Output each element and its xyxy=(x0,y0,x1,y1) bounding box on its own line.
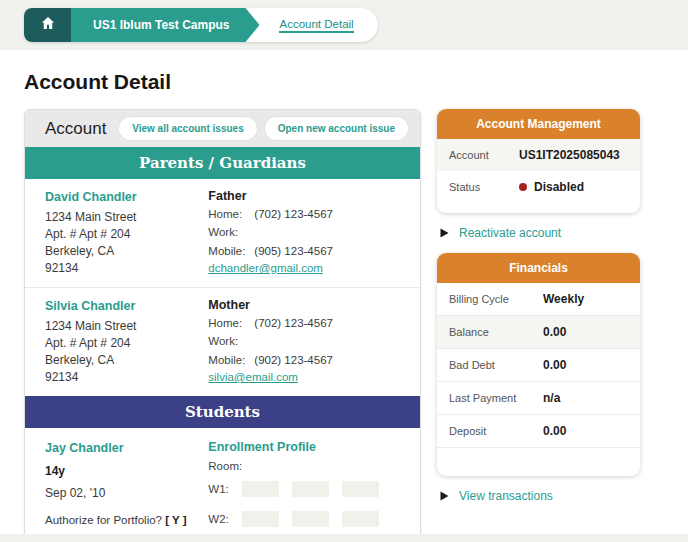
student-row: Jay Chandler 14y Sep 02, '10 Authorize f… xyxy=(25,428,420,542)
students-header: Students xyxy=(25,396,420,428)
student-name-link[interactable]: Jay Chandler xyxy=(45,440,208,458)
billing-cycle-row: Billing Cycle Weekly xyxy=(437,283,640,316)
account-number-label: Account xyxy=(449,149,519,161)
enrollment-slot xyxy=(242,481,279,497)
bad-debt-value: 0.00 xyxy=(543,358,566,372)
last-payment-label: Last Payment xyxy=(449,392,543,404)
enrollment-slot xyxy=(292,511,329,527)
phone-value: (702) 123-4567 xyxy=(254,205,333,223)
view-transactions-link[interactable]: View transactions xyxy=(440,489,640,503)
top-strip: US1 Iblum Test Campus Account Detail xyxy=(0,0,688,50)
financials-title: Financials xyxy=(437,253,640,283)
billing-cycle-label: Billing Cycle xyxy=(449,293,543,305)
account-management-panel: Account Management Account US1IT20250850… xyxy=(437,109,640,213)
status-row: Status Disabled xyxy=(437,171,640,203)
account-number-value: US1IT2025085043 xyxy=(519,148,620,162)
account-card-title: Account xyxy=(45,119,106,139)
room-label: Room: xyxy=(208,460,400,472)
enrollment-slot xyxy=(292,481,329,497)
status-dot-icon xyxy=(519,183,527,191)
enrollment-slot xyxy=(242,511,279,527)
breadcrumb-campus[interactable]: US1 Iblum Test Campus xyxy=(71,8,259,42)
page-title: Account Detail xyxy=(24,70,664,94)
home-icon xyxy=(40,15,56,35)
bad-debt-label: Bad Debt xyxy=(449,359,543,371)
phone-label: Mobile: xyxy=(208,242,254,260)
address-line: Apt. # Apt # 204 xyxy=(45,226,208,243)
play-icon xyxy=(440,491,449,501)
main-content: Account View all account issues Open new… xyxy=(24,109,664,542)
parent-relation: Father xyxy=(208,189,400,203)
phone-value: (702) 123-4567 xyxy=(254,314,333,332)
parent-row: Silvia Chandler 1234 Main Street Apt. # … xyxy=(25,287,420,396)
parent-name-link[interactable]: David Chandler xyxy=(45,189,208,207)
parents-guardians-header: Parents / Guardians xyxy=(25,147,420,179)
breadcrumb-home-button[interactable] xyxy=(24,8,71,42)
phone-label: Work: xyxy=(208,223,254,241)
financials-panel: Financials Billing Cycle Weekly Balance … xyxy=(437,253,640,476)
last-payment-row: Last Payment n/a xyxy=(437,382,640,415)
address-line: Berkeley, CA xyxy=(45,352,208,369)
parent-email-link[interactable]: dchandler@gmail.com xyxy=(208,262,323,274)
balance-label: Balance xyxy=(449,326,543,338)
parent-relation: Mother xyxy=(208,298,400,312)
authorize-portfolio-value: [ Y ] xyxy=(165,514,186,526)
parent-email-link[interactable]: silvia@email.com xyxy=(208,371,298,383)
phone-value: (905) 123-4567 xyxy=(254,242,333,260)
open-new-account-issue-button[interactable]: Open new account issue xyxy=(265,117,408,140)
address-line: Apt. # Apt # 204 xyxy=(45,335,208,352)
parent-row: David Chandler 1234 Main Street Apt. # A… xyxy=(25,179,420,287)
address-line: 92134 xyxy=(45,369,208,386)
parent-name-link[interactable]: Silvia Chandler xyxy=(45,298,208,316)
balance-value: 0.00 xyxy=(543,325,566,339)
account-management-title: Account Management xyxy=(437,109,640,139)
account-number-row: Account US1IT2025085043 xyxy=(437,139,640,171)
address-line: 92134 xyxy=(45,260,208,277)
breadcrumb-current[interactable]: Account Detail xyxy=(259,8,377,42)
phone-label: Home: xyxy=(208,205,254,223)
status-label: Status xyxy=(449,181,519,193)
address-line: Berkeley, CA xyxy=(45,243,208,260)
breadcrumb-current-label: Account Detail xyxy=(279,18,353,33)
authorize-portfolio-label: Authorize for Portfolio? xyxy=(45,514,162,526)
deposit-row: Deposit 0.00 xyxy=(437,415,640,448)
student-age: 14y xyxy=(45,463,208,480)
authorize-portfolio: Authorize for Portfolio? [ Y ] xyxy=(45,512,208,528)
w1-row: W1: xyxy=(208,481,400,497)
balance-row: Balance 0.00 xyxy=(437,316,640,349)
last-payment-value: n/a xyxy=(543,391,560,405)
deposit-value: 0.00 xyxy=(543,424,566,438)
footer-strip xyxy=(0,534,688,542)
breadcrumb: US1 Iblum Test Campus Account Detail xyxy=(24,8,378,42)
view-all-account-issues-button[interactable]: View all account issues xyxy=(119,117,257,140)
billing-cycle-value: Weekly xyxy=(543,292,584,306)
reactivate-account-label: Reactivate account xyxy=(459,226,561,240)
phone-label: Work: xyxy=(208,332,254,350)
enrollment-profile-title: Enrollment Profile xyxy=(208,440,400,454)
deposit-label: Deposit xyxy=(449,425,543,437)
w2-row: W2: xyxy=(208,511,400,527)
bad-debt-row: Bad Debt 0.00 xyxy=(437,349,640,382)
phone-label: Mobile: xyxy=(208,351,254,369)
address-line: 1234 Main Street xyxy=(45,209,208,226)
w1-label: W1: xyxy=(208,483,242,495)
reactivate-account-link[interactable]: Reactivate account xyxy=(440,226,640,240)
view-transactions-label: View transactions xyxy=(459,489,553,503)
play-icon xyxy=(440,228,449,238)
account-card: Account View all account issues Open new… xyxy=(24,109,421,542)
enrollment-slot xyxy=(342,481,379,497)
phone-value: (902) 123-4567 xyxy=(254,351,333,369)
w2-label: W2: xyxy=(208,513,242,525)
phone-label: Home: xyxy=(208,314,254,332)
account-card-header: Account View all account issues Open new… xyxy=(25,110,420,147)
student-dob: Sep 02, '10 xyxy=(45,485,208,502)
enrollment-slot xyxy=(342,511,379,527)
address-line: 1234 Main Street xyxy=(45,318,208,335)
status-value: Disabled xyxy=(534,180,584,194)
